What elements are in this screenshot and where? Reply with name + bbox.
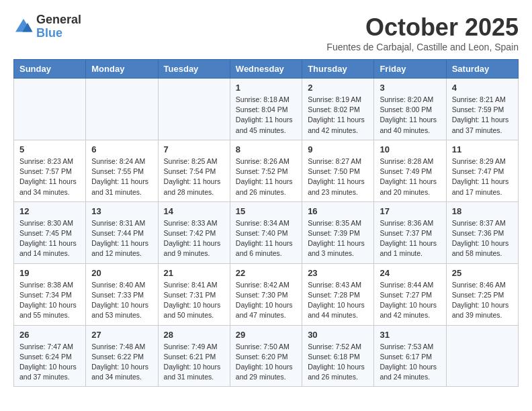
day-info: Sunrise: 8:44 AMSunset: 7:27 PMDaylight:… [380, 280, 440, 321]
day-info: Sunrise: 8:24 AMSunset: 7:55 PMDaylight:… [91, 156, 152, 197]
calendar-cell: 6Sunrise: 8:24 AMSunset: 7:55 PMDaylight… [86, 140, 158, 201]
day-info: Sunrise: 8:38 AMSunset: 7:34 PMDaylight:… [19, 280, 80, 321]
calendar-cell: 26Sunrise: 7:47 AMSunset: 6:24 PMDayligh… [14, 325, 86, 387]
day-info: Sunrise: 8:41 AMSunset: 7:31 PMDaylight:… [164, 280, 224, 321]
calendar-week-row: 19Sunrise: 8:38 AMSunset: 7:34 PMDayligh… [14, 263, 519, 325]
day-number: 4 [452, 83, 513, 93]
day-number: 13 [91, 206, 152, 216]
weekday-header-thursday: Thursday [302, 60, 374, 79]
calendar-week-row: 12Sunrise: 8:30 AMSunset: 7:45 PMDayligh… [14, 201, 519, 263]
day-info: Sunrise: 7:47 AMSunset: 6:24 PMDaylight:… [19, 342, 80, 383]
calendar-cell: 7Sunrise: 8:25 AMSunset: 7:54 PMDaylight… [158, 140, 230, 201]
day-number: 17 [380, 206, 440, 216]
weekday-header-friday: Friday [374, 60, 446, 79]
day-info: Sunrise: 8:46 AMSunset: 7:25 PMDaylight:… [452, 280, 513, 321]
day-number: 30 [308, 330, 368, 340]
calendar-cell: 29Sunrise: 7:50 AMSunset: 6:20 PMDayligh… [230, 325, 302, 387]
day-number: 20 [91, 268, 152, 278]
day-number: 14 [164, 206, 224, 216]
day-number: 12 [19, 206, 80, 216]
calendar-cell: 27Sunrise: 7:48 AMSunset: 6:22 PMDayligh… [86, 325, 158, 387]
day-info: Sunrise: 8:34 AMSunset: 7:40 PMDaylight:… [236, 218, 296, 259]
weekday-header-sunday: Sunday [14, 60, 86, 79]
calendar-cell [446, 325, 518, 387]
calendar-cell: 28Sunrise: 7:49 AMSunset: 6:21 PMDayligh… [158, 325, 230, 387]
day-number: 24 [380, 268, 440, 278]
calendar-cell: 10Sunrise: 8:28 AMSunset: 7:49 PMDayligh… [374, 140, 446, 201]
day-info: Sunrise: 8:43 AMSunset: 7:28 PMDaylight:… [308, 280, 368, 321]
calendar-cell: 11Sunrise: 8:29 AMSunset: 7:47 PMDayligh… [446, 140, 518, 201]
day-info: Sunrise: 8:23 AMSunset: 7:57 PMDaylight:… [19, 156, 80, 197]
day-info: Sunrise: 8:42 AMSunset: 7:30 PMDaylight:… [236, 280, 296, 321]
day-info: Sunrise: 8:19 AMSunset: 8:02 PMDaylight:… [308, 95, 368, 136]
weekday-header-row: SundayMondayTuesdayWednesdayThursdayFrid… [14, 60, 519, 79]
calendar-cell: 4Sunrise: 8:21 AMSunset: 7:59 PMDaylight… [446, 79, 518, 140]
calendar-cell: 30Sunrise: 7:52 AMSunset: 6:18 PMDayligh… [302, 325, 374, 387]
calendar-week-row: 26Sunrise: 7:47 AMSunset: 6:24 PMDayligh… [14, 325, 519, 387]
day-number: 6 [91, 144, 152, 154]
calendar-cell [86, 79, 158, 140]
location-subtitle: Fuentes de Carbajal, Castille and Leon, … [326, 42, 519, 52]
day-info: Sunrise: 8:35 AMSunset: 7:39 PMDaylight:… [308, 218, 368, 259]
day-number: 15 [236, 206, 296, 216]
day-info: Sunrise: 8:31 AMSunset: 7:44 PMDaylight:… [91, 218, 152, 259]
day-number: 16 [308, 206, 368, 216]
day-info: Sunrise: 8:25 AMSunset: 7:54 PMDaylight:… [164, 156, 224, 197]
calendar-cell: 14Sunrise: 8:33 AMSunset: 7:42 PMDayligh… [158, 201, 230, 263]
day-number: 7 [164, 144, 224, 154]
calendar-cell: 31Sunrise: 7:53 AMSunset: 6:17 PMDayligh… [374, 325, 446, 387]
day-info: Sunrise: 8:20 AMSunset: 8:00 PMDaylight:… [380, 95, 440, 136]
day-info: Sunrise: 8:29 AMSunset: 7:47 PMDaylight:… [452, 156, 513, 197]
day-info: Sunrise: 7:52 AMSunset: 6:18 PMDaylight:… [308, 342, 368, 383]
calendar-cell: 25Sunrise: 8:46 AMSunset: 7:25 PMDayligh… [446, 263, 518, 325]
day-number: 1 [236, 83, 296, 93]
calendar-week-row: 5Sunrise: 8:23 AMSunset: 7:57 PMDaylight… [14, 140, 519, 201]
day-number: 5 [19, 144, 80, 154]
calendar-cell: 19Sunrise: 8:38 AMSunset: 7:34 PMDayligh… [14, 263, 86, 325]
day-info: Sunrise: 8:33 AMSunset: 7:42 PMDaylight:… [164, 218, 224, 259]
logo-icon [13, 17, 34, 37]
weekday-header-saturday: Saturday [446, 60, 518, 79]
calendar-cell: 17Sunrise: 8:36 AMSunset: 7:37 PMDayligh… [374, 201, 446, 263]
day-info: Sunrise: 7:50 AMSunset: 6:20 PMDaylight:… [236, 342, 296, 383]
day-info: Sunrise: 8:40 AMSunset: 7:33 PMDaylight:… [91, 280, 152, 321]
calendar-cell: 21Sunrise: 8:41 AMSunset: 7:31 PMDayligh… [158, 263, 230, 325]
day-number: 3 [380, 83, 440, 93]
weekday-header-monday: Monday [86, 60, 158, 79]
calendar-cell: 24Sunrise: 8:44 AMSunset: 7:27 PMDayligh… [374, 263, 446, 325]
calendar-cell: 9Sunrise: 8:27 AMSunset: 7:50 PMDaylight… [302, 140, 374, 201]
weekday-header-wednesday: Wednesday [230, 60, 302, 79]
day-number: 9 [308, 144, 368, 154]
day-number: 2 [308, 83, 368, 93]
weekday-header-tuesday: Tuesday [158, 60, 230, 79]
calendar-cell: 2Sunrise: 8:19 AMSunset: 8:02 PMDaylight… [302, 79, 374, 140]
logo-text: General Blue [36, 13, 81, 40]
day-number: 21 [164, 268, 224, 278]
day-info: Sunrise: 8:21 AMSunset: 7:59 PMDaylight:… [452, 95, 513, 136]
day-info: Sunrise: 8:26 AMSunset: 7:52 PMDaylight:… [236, 156, 296, 197]
day-number: 22 [236, 268, 296, 278]
calendar-cell: 22Sunrise: 8:42 AMSunset: 7:30 PMDayligh… [230, 263, 302, 325]
day-number: 28 [164, 330, 224, 340]
calendar-cell: 3Sunrise: 8:20 AMSunset: 8:00 PMDaylight… [374, 79, 446, 140]
calendar-cell: 16Sunrise: 8:35 AMSunset: 7:39 PMDayligh… [302, 201, 374, 263]
logo: General Blue [13, 13, 81, 40]
day-info: Sunrise: 7:48 AMSunset: 6:22 PMDaylight:… [91, 342, 152, 383]
calendar-cell: 13Sunrise: 8:31 AMSunset: 7:44 PMDayligh… [86, 201, 158, 263]
page-header: General Blue October 2025 Fuentes de Car… [13, 13, 519, 52]
day-number: 26 [19, 330, 80, 340]
calendar-cell: 15Sunrise: 8:34 AMSunset: 7:40 PMDayligh… [230, 201, 302, 263]
calendar-cell: 8Sunrise: 8:26 AMSunset: 7:52 PMDaylight… [230, 140, 302, 201]
day-info: Sunrise: 8:37 AMSunset: 7:36 PMDaylight:… [452, 218, 513, 259]
calendar-table: SundayMondayTuesdayWednesdayThursdayFrid… [13, 59, 519, 387]
calendar-cell [158, 79, 230, 140]
day-number: 25 [452, 268, 513, 278]
title-section: October 2025 Fuentes de Carbajal, Castil… [326, 13, 519, 52]
day-number: 31 [380, 330, 440, 340]
calendar-cell [14, 79, 86, 140]
day-info: Sunrise: 8:28 AMSunset: 7:49 PMDaylight:… [380, 156, 440, 197]
calendar-cell: 23Sunrise: 8:43 AMSunset: 7:28 PMDayligh… [302, 263, 374, 325]
day-number: 29 [236, 330, 296, 340]
calendar-cell: 1Sunrise: 8:18 AMSunset: 8:04 PMDaylight… [230, 79, 302, 140]
calendar-week-row: 1Sunrise: 8:18 AMSunset: 8:04 PMDaylight… [14, 79, 519, 140]
